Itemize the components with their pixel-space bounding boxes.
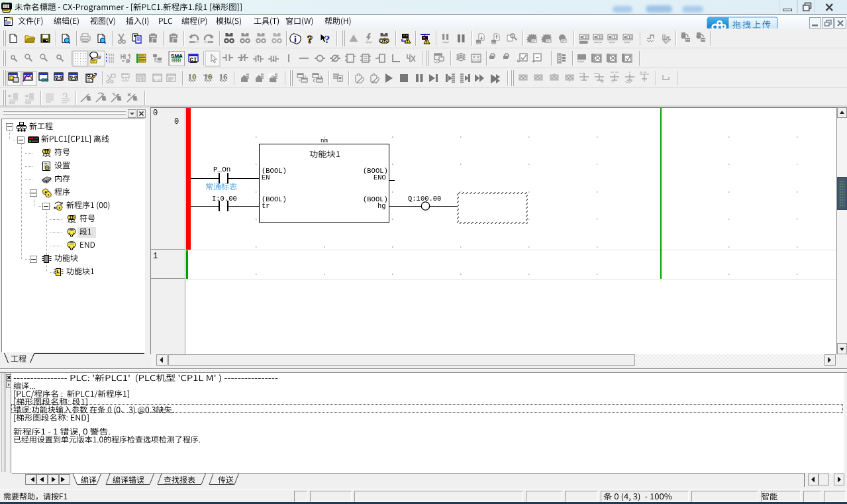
svg-text:?: ?: [307, 33, 313, 46]
svg-text:CI: CI: [190, 57, 197, 64]
svg-text:?: ?: [324, 33, 330, 46]
svg-text:W: W: [97, 55, 101, 60]
svg-text:SMA: SMA: [171, 53, 183, 59]
svg-text:0.01: 0.01: [153, 78, 163, 83]
